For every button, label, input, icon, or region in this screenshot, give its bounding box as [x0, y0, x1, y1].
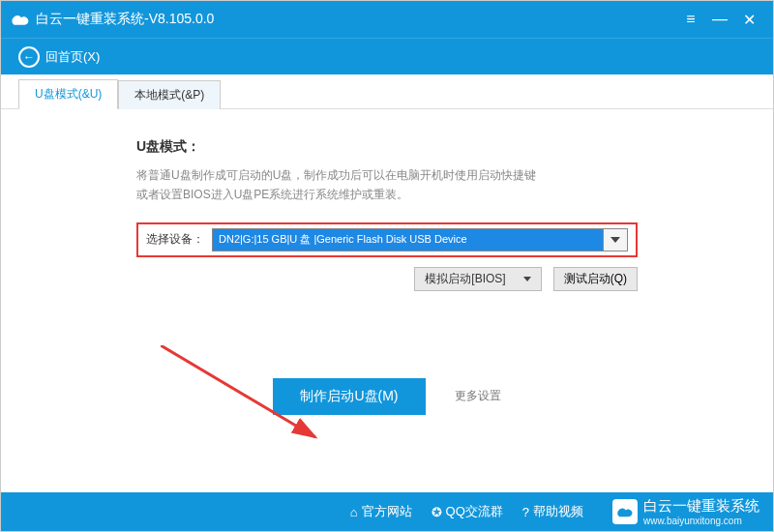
usb-mode-panel: U盘模式： 将普通U盘制作成可启动的U盘，制作成功后可以在电脑开机时使用启动快捷…: [1, 109, 773, 415]
device-selected-value: DN2|G:|15 GB|U 盘 |Generic Flash Disk USB…: [212, 228, 603, 251]
main-action-row: 制作启动U盘(M) 更多设置: [136, 378, 638, 415]
footer-bar: ⌂ 官方网站 ✪ QQ交流群 ? 帮助视频 白云一键重装系统 www.baiyu…: [1, 492, 773, 531]
make-usb-button[interactable]: 制作启动U盘(M): [273, 378, 425, 415]
footer-brand: 白云一键重装系统 www.baiyunxitong.com: [612, 497, 759, 526]
back-label: 回首页(X): [45, 48, 100, 66]
device-select-label: 选择设备：: [146, 231, 204, 248]
brand-name: 白云一键重装系统: [643, 497, 759, 516]
tab-local-mode[interactable]: 本地模式(&P): [118, 80, 221, 109]
qq-group-link[interactable]: ✪ QQ交流群: [432, 503, 503, 520]
qq-icon: ✪: [432, 505, 442, 519]
brand-logo-icon: [612, 499, 638, 524]
back-home-button[interactable]: ← 回首页(X): [11, 43, 107, 72]
test-boot-button[interactable]: 测试启动(Q): [553, 267, 638, 291]
panel-heading: U盘模式：: [136, 138, 638, 156]
sim-boot-dropdown[interactable]: 模拟启动[BIOS]: [414, 267, 541, 291]
title-bar: 白云一键重装系统-V8.105.0.0 ≡ — ✕: [1, 1, 773, 38]
close-button[interactable]: ✕: [734, 11, 763, 29]
home-icon: ⌂: [350, 505, 358, 519]
more-settings-link[interactable]: 更多设置: [455, 388, 501, 404]
chevron-down-icon: [610, 237, 620, 243]
chevron-down-icon: [523, 277, 531, 281]
back-arrow-icon: ←: [18, 46, 40, 68]
help-video-link[interactable]: ? 帮助视频: [522, 503, 583, 520]
back-bar: ← 回首页(X): [1, 38, 773, 74]
content-area: U盘模式(&U) 本地模式(&P) U盘模式： 将普通U盘制作成可启动的U盘，制…: [1, 74, 773, 492]
app-logo-icon: [11, 10, 30, 29]
brand-url: www.baiyunxitong.com: [643, 516, 759, 526]
menu-button[interactable]: ≡: [676, 11, 705, 28]
device-select-row: 选择设备： DN2|G:|15 GB|U 盘 |Generic Flash Di…: [136, 222, 638, 257]
mode-tabs: U盘模式(&U) 本地模式(&P): [1, 80, 773, 109]
help-icon: ?: [522, 505, 529, 519]
tab-usb-mode[interactable]: U盘模式(&U): [18, 79, 118, 109]
device-combobox[interactable]: DN2|G:|15 GB|U 盘 |Generic Flash Disk USB…: [212, 228, 628, 251]
panel-description: 将普通U盘制作成可启动的U盘，制作成功后可以在电脑开机时使用启动快捷键 或者设置…: [136, 165, 638, 205]
official-site-link[interactable]: ⌂ 官方网站: [350, 503, 412, 520]
minimize-button[interactable]: —: [705, 11, 734, 28]
app-window: 白云一键重装系统-V8.105.0.0 ≡ — ✕ ← 回首页(X) U盘模式(…: [0, 0, 774, 532]
device-dropdown-arrow[interactable]: [603, 228, 628, 251]
boot-options-row: 模拟启动[BIOS] 测试启动(Q): [136, 267, 638, 291]
app-title: 白云一键重装系统-V8.105.0.0: [36, 11, 676, 28]
